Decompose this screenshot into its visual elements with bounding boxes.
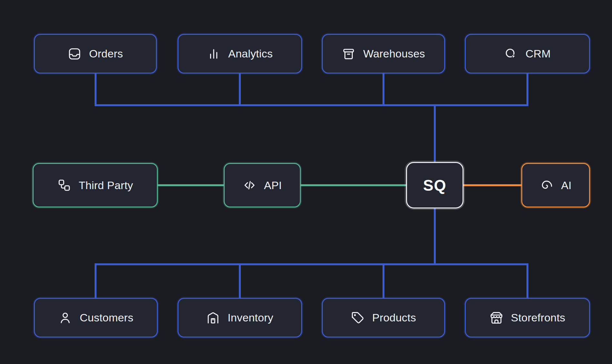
node-third-party: Third Party [33, 163, 158, 207]
person-icon [58, 311, 72, 325]
node-label: Third Party [79, 179, 133, 192]
node-orders: Orders [34, 34, 157, 74]
node-label: Storefronts [511, 311, 566, 324]
node-label: Analytics [228, 47, 273, 60]
node-label: Customers [80, 311, 133, 324]
node-warehouses: Warehouses [322, 34, 445, 74]
inbox-icon [68, 47, 81, 61]
node-ai: AI [521, 163, 590, 207]
node-label: Products [372, 311, 416, 324]
node-label: Orders [89, 47, 123, 60]
hub-label: SQ [423, 177, 446, 194]
node-customers: Customers [34, 298, 158, 338]
bar-chart-icon [207, 47, 220, 61]
node-label: AI [561, 179, 572, 192]
storefront-icon [490, 311, 503, 325]
node-label: API [264, 179, 282, 192]
node-api: API [224, 163, 301, 207]
integration-diagram: Orders Analytics Warehouses CRM Thir [0, 0, 612, 364]
archive-box-icon [342, 47, 355, 61]
warehouse-icon [206, 311, 220, 325]
swirl-icon [540, 178, 553, 192]
tag-icon [351, 311, 364, 325]
node-crm: CRM [465, 34, 590, 74]
node-label: Inventory [228, 311, 273, 324]
cursor-click-icon [504, 47, 518, 61]
node-inventory: Inventory [178, 298, 302, 338]
workflow-icon [57, 178, 71, 192]
node-storefronts: Storefronts [465, 298, 590, 338]
node-label: CRM [525, 47, 551, 60]
node-analytics: Analytics [178, 34, 302, 74]
code-icon [243, 178, 256, 192]
node-products: Products [322, 298, 445, 338]
node-label: Warehouses [363, 47, 425, 60]
node-hub-sq: SQ [406, 162, 464, 208]
